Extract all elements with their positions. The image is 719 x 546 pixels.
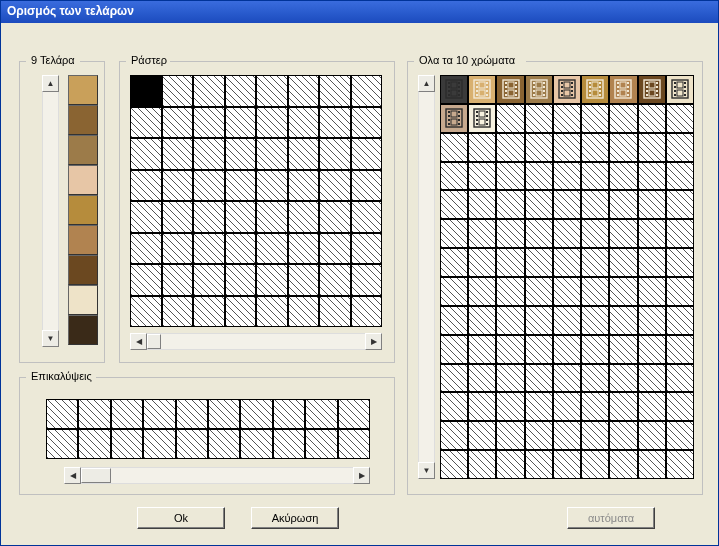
overlap-cell[interactable]	[111, 399, 143, 429]
raster-cell[interactable]	[288, 107, 320, 139]
raster-cell[interactable]	[256, 138, 288, 170]
frame-swatch[interactable]	[68, 105, 98, 135]
color-cell-empty[interactable]	[553, 248, 581, 277]
color-cell-empty[interactable]	[609, 104, 637, 133]
color-cell-empty[interactable]	[581, 248, 609, 277]
raster-cell[interactable]	[193, 296, 225, 328]
raster-cell[interactable]	[162, 264, 194, 296]
color-cell[interactable]	[440, 104, 468, 133]
raster-cell[interactable]	[256, 201, 288, 233]
color-cell-empty[interactable]	[496, 104, 524, 133]
overlap-cell[interactable]	[273, 399, 305, 429]
color-cell-empty[interactable]	[609, 306, 637, 335]
frame-swatch[interactable]	[68, 255, 98, 285]
color-cell[interactable]	[496, 75, 524, 104]
scroll-track[interactable]	[42, 92, 59, 330]
scroll-left-icon[interactable]: ◀	[130, 333, 147, 350]
scroll-track[interactable]	[81, 467, 353, 484]
color-cell-empty[interactable]	[581, 162, 609, 191]
raster-grid[interactable]	[130, 75, 382, 327]
color-cell-empty[interactable]	[468, 190, 496, 219]
frame-swatch[interactable]	[68, 165, 98, 195]
color-cell-empty[interactable]	[496, 335, 524, 364]
color-cell[interactable]	[468, 75, 496, 104]
raster-hscroll[interactable]: ◀ ▶	[130, 333, 382, 350]
color-cell-empty[interactable]	[581, 190, 609, 219]
raster-cell[interactable]	[225, 233, 257, 265]
color-cell[interactable]	[581, 75, 609, 104]
color-cell-empty[interactable]	[581, 277, 609, 306]
color-cell-empty[interactable]	[468, 364, 496, 393]
raster-cell[interactable]	[130, 233, 162, 265]
frames-scrollbar[interactable]: ▲ ▼	[42, 75, 59, 347]
color-cell-empty[interactable]	[468, 335, 496, 364]
color-cell-empty[interactable]	[496, 190, 524, 219]
raster-cell[interactable]	[319, 107, 351, 139]
color-cell-empty[interactable]	[496, 306, 524, 335]
frame-swatch[interactable]	[68, 195, 98, 225]
color-cell-empty[interactable]	[553, 335, 581, 364]
color-cell-empty[interactable]	[638, 190, 666, 219]
frame-swatch[interactable]	[68, 75, 98, 105]
color-cell-empty[interactable]	[525, 335, 553, 364]
color-cell-empty[interactable]	[525, 364, 553, 393]
scroll-left-icon[interactable]: ◀	[64, 467, 81, 484]
overlap-cell[interactable]	[273, 429, 305, 459]
color-cell-empty[interactable]	[525, 277, 553, 306]
raster-cell[interactable]	[193, 107, 225, 139]
raster-cell[interactable]	[319, 201, 351, 233]
overlap-cell[interactable]	[338, 429, 370, 459]
color-cell-empty[interactable]	[468, 306, 496, 335]
raster-cell[interactable]	[162, 107, 194, 139]
overlap-cell[interactable]	[176, 399, 208, 429]
raster-cell[interactable]	[288, 264, 320, 296]
color-cell-empty[interactable]	[553, 104, 581, 133]
color-cell-empty[interactable]	[496, 364, 524, 393]
color-cell-empty[interactable]	[666, 306, 694, 335]
scroll-up-icon[interactable]: ▲	[418, 75, 435, 92]
raster-cell[interactable]	[351, 264, 383, 296]
color-cell[interactable]	[666, 75, 694, 104]
color-cell[interactable]	[440, 75, 468, 104]
color-cell-empty[interactable]	[638, 421, 666, 450]
raster-cell[interactable]	[288, 170, 320, 202]
color-cell-empty[interactable]	[666, 392, 694, 421]
color-cell-empty[interactable]	[666, 364, 694, 393]
colors-scrollbar[interactable]: ▲ ▼	[418, 75, 435, 479]
color-cell-empty[interactable]	[581, 133, 609, 162]
color-cell-empty[interactable]	[609, 335, 637, 364]
raster-cell[interactable]	[288, 296, 320, 328]
overlap-cell[interactable]	[111, 429, 143, 459]
raster-cell[interactable]	[130, 138, 162, 170]
color-cell-empty[interactable]	[496, 421, 524, 450]
raster-cell[interactable]	[162, 296, 194, 328]
color-cell-empty[interactable]	[638, 162, 666, 191]
color-cell-empty[interactable]	[609, 277, 637, 306]
scroll-right-icon[interactable]: ▶	[353, 467, 370, 484]
color-cell-empty[interactable]	[638, 277, 666, 306]
color-cell-empty[interactable]	[638, 133, 666, 162]
raster-cell[interactable]	[351, 170, 383, 202]
frame-swatch[interactable]	[68, 315, 98, 345]
color-cell-empty[interactable]	[440, 392, 468, 421]
raster-cell[interactable]	[351, 138, 383, 170]
color-cell-empty[interactable]	[638, 364, 666, 393]
color-cell-empty[interactable]	[581, 104, 609, 133]
color-cell-empty[interactable]	[638, 219, 666, 248]
raster-cell[interactable]	[319, 296, 351, 328]
raster-cell[interactable]	[319, 75, 351, 107]
color-cell-empty[interactable]	[609, 421, 637, 450]
raster-cell[interactable]	[162, 170, 194, 202]
color-cell-empty[interactable]	[666, 277, 694, 306]
color-cell-empty[interactable]	[468, 421, 496, 450]
raster-cell[interactable]	[256, 107, 288, 139]
overlap-cell[interactable]	[143, 429, 175, 459]
color-cell-empty[interactable]	[440, 421, 468, 450]
color-cell-empty[interactable]	[581, 421, 609, 450]
color-cell-empty[interactable]	[468, 219, 496, 248]
overlap-cell[interactable]	[240, 429, 272, 459]
color-cell-empty[interactable]	[581, 335, 609, 364]
color-cell[interactable]	[638, 75, 666, 104]
color-cell-empty[interactable]	[553, 421, 581, 450]
color-cell-empty[interactable]	[609, 450, 637, 479]
